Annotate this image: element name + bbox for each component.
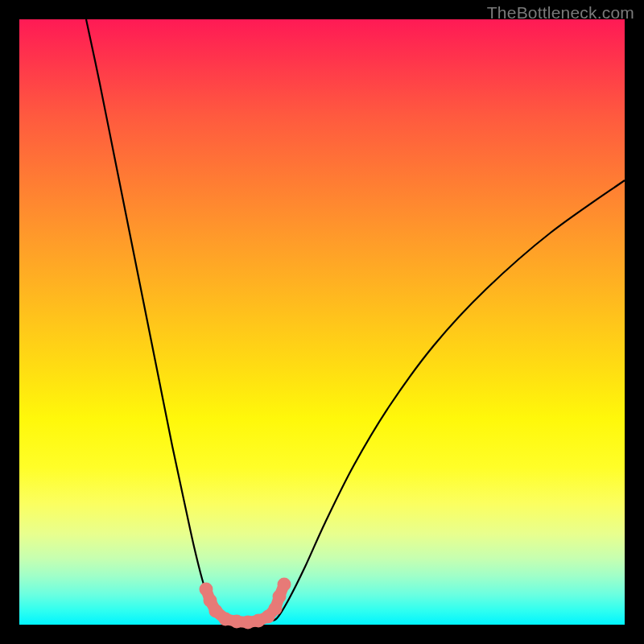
plot-svg (19, 19, 625, 625)
marker-dot (278, 578, 291, 592)
bottleneck-curve (86, 19, 625, 623)
marker-dot (269, 602, 283, 616)
marker-dot (219, 613, 233, 626)
watermark-text: TheBottleneck.com (487, 3, 634, 23)
chart-canvas (19, 19, 625, 625)
marker-dots (200, 578, 291, 630)
marker-dot (273, 590, 287, 604)
